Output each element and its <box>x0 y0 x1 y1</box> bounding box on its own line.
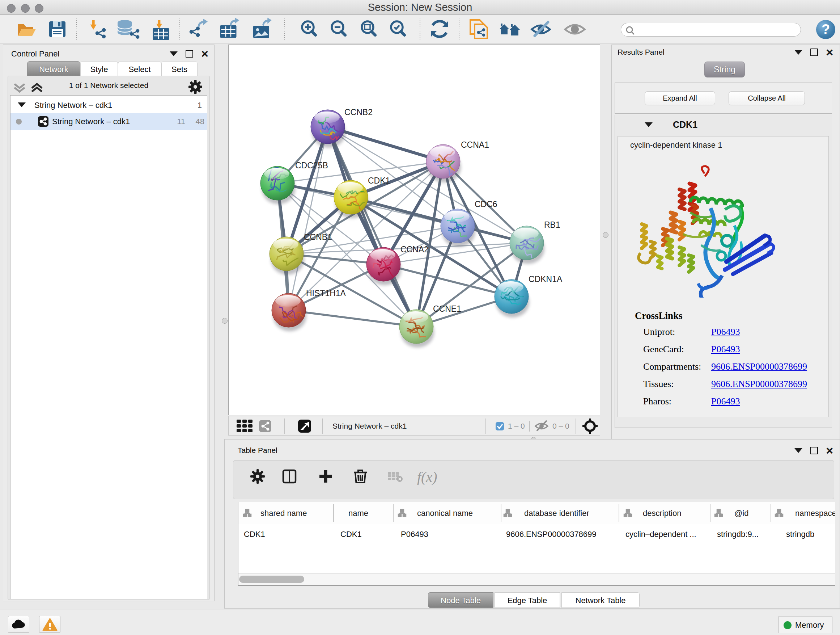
svg-text:@id: @id <box>734 509 748 518</box>
svg-text:HIST1H1A: HIST1H1A <box>306 288 346 298</box>
svg-text:CDK1: CDK1 <box>368 176 390 185</box>
svg-text:database identifier: database identifier <box>524 509 589 518</box>
svg-text:CDC25B: CDC25B <box>295 161 328 170</box>
svg-text:CCNA2: CCNA2 <box>401 245 429 254</box>
svg-text:CCNE1: CCNE1 <box>433 304 461 314</box>
svg-text:description: description <box>643 509 681 518</box>
svg-text:CDKN1A: CDKN1A <box>529 274 562 284</box>
svg-text:canonical name: canonical name <box>417 509 473 518</box>
svg-text:namespace: namespace <box>795 509 835 518</box>
svg-text:CCNB2: CCNB2 <box>344 108 373 117</box>
svg-text:CCNB1: CCNB1 <box>304 233 332 242</box>
svg-text:CDC6: CDC6 <box>475 200 497 209</box>
svg-text:shared name: shared name <box>261 509 307 518</box>
svg-text:name: name <box>348 509 368 518</box>
svg-text:RB1: RB1 <box>544 220 561 230</box>
svg-text:CCNA1: CCNA1 <box>461 140 489 149</box>
